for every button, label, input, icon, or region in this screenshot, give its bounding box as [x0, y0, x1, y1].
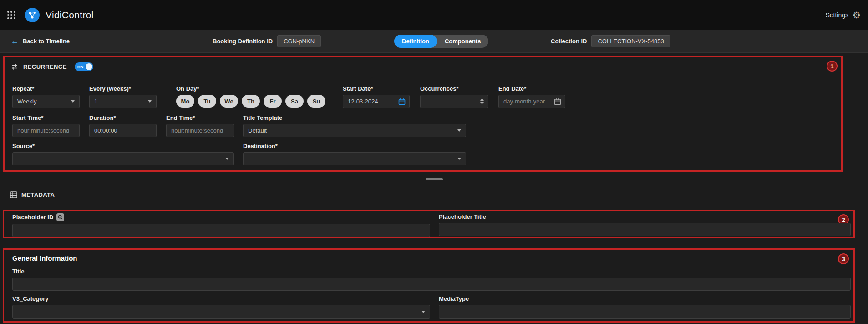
title-template-select[interactable]: Default	[243, 124, 466, 137]
end-date-placeholder: day-month-year	[503, 98, 545, 105]
placeholder-title-input[interactable]	[439, 223, 851, 236]
chevron-down-icon	[421, 311, 425, 313]
title-label: Title	[12, 268, 851, 275]
general-information-title: General Information	[12, 254, 77, 262]
repeat-value: Weekly	[17, 98, 36, 105]
back-arrow-icon: ←	[11, 37, 19, 46]
duration-input[interactable]	[89, 124, 157, 137]
placeholder-title-label: Placeholder Title	[439, 213, 851, 220]
apps-grid-icon[interactable]	[7, 11, 15, 19]
toggle-on-label: ON	[77, 65, 84, 69]
gear-icon[interactable]: ⚙	[853, 10, 861, 20]
occurrences-label: Occurrences*	[420, 85, 488, 92]
end-time-label: End Time*	[166, 114, 234, 121]
on-day-label: On Day*	[176, 85, 326, 92]
toggle-knob	[86, 63, 92, 70]
section-divider	[0, 185, 868, 185]
day-pill-group: Mo Tu We Th Fr Sa Su	[176, 95, 326, 108]
end-time-input[interactable]	[166, 124, 234, 137]
chevron-down-icon	[457, 129, 461, 132]
day-pill-su[interactable]: Su	[307, 95, 325, 108]
vidicontrol-logo-icon	[25, 7, 40, 23]
media-type-input[interactable]	[439, 305, 851, 319]
collection-label: Collection ID	[551, 38, 587, 45]
collection-value: COLLECTION-VX-54853	[591, 35, 670, 47]
placeholder-id-input[interactable]	[12, 224, 430, 237]
general-information-panel: 3 General Information Title V3_Category …	[3, 248, 855, 323]
title-template-value: Default	[248, 127, 267, 134]
repeat-icon	[10, 63, 19, 70]
day-pill-mo[interactable]: Mo	[176, 95, 194, 108]
destination-select[interactable]	[243, 152, 466, 165]
recurrence-header: RECURRENCE ON	[10, 62, 93, 71]
source-select[interactable]	[12, 152, 234, 165]
title-template-label: Title Template	[243, 114, 466, 121]
chevron-down-icon	[457, 158, 461, 160]
app-title: VidiControl	[46, 10, 94, 21]
toolbar: ← Back to Timeline Booking Definition ID…	[0, 30, 868, 53]
occurrences-input[interactable]	[420, 95, 488, 108]
back-to-timeline-button[interactable]: ← Back to Timeline	[11, 30, 70, 52]
metadata-title: METADATA	[21, 191, 55, 198]
collection-group: Collection ID COLLECTION-VX-54853	[551, 30, 670, 52]
annotation-badge-1: 1	[827, 61, 838, 72]
calendar-icon[interactable]	[554, 98, 561, 105]
definition-components-toggle: Definition Components	[394, 35, 488, 48]
duration-label: Duration*	[89, 114, 157, 121]
start-date-input[interactable]: 12-03-2024	[343, 95, 410, 108]
day-pill-fr[interactable]: Fr	[264, 95, 282, 108]
top-left-group: VidiControl	[7, 0, 94, 30]
view-switch: Definition Components	[394, 30, 488, 52]
annotation-badge-3: 3	[838, 253, 849, 264]
v3-category-select[interactable]	[12, 305, 430, 319]
every-weeks-value: 1	[94, 98, 97, 105]
tab-definition[interactable]: Definition	[394, 35, 437, 48]
v3-category-label: V3_Category	[12, 295, 430, 302]
recurrence-title: RECURRENCE	[23, 63, 67, 70]
booking-definition-group: Booking Definition ID CGN-pNKN	[213, 30, 321, 52]
back-label: Back to Timeline	[23, 38, 70, 45]
spinner-icon[interactable]	[480, 98, 484, 104]
day-pill-th[interactable]: Th	[242, 95, 260, 108]
settings-label[interactable]: Settings	[825, 11, 848, 19]
title-input[interactable]	[12, 278, 851, 291]
start-date-value: 12-03-2024	[348, 98, 378, 105]
placeholder-panel: 2 Placeholder ID Placeholder Title	[3, 210, 855, 238]
top-bar: VidiControl Settings ⚙	[0, 0, 868, 30]
start-date-label: Start Date*	[343, 85, 410, 92]
day-pill-sa[interactable]: Sa	[285, 95, 304, 108]
chevron-down-icon	[225, 158, 229, 160]
source-label: Source*	[12, 143, 234, 149]
tab-components[interactable]: Components	[437, 35, 488, 48]
recurrence-toggle[interactable]: ON	[75, 62, 93, 71]
repeat-select[interactable]: Weekly	[12, 95, 80, 108]
recurrence-panel: 1 RECURRENCE ON Repeat* Weekly Every (we…	[3, 56, 843, 172]
chevron-down-icon	[148, 100, 152, 103]
destination-label: Destination*	[243, 143, 466, 149]
placeholder-id-label: Placeholder ID	[12, 214, 53, 221]
metadata-header: METADATA	[10, 191, 55, 198]
settings-group[interactable]: Settings ⚙	[825, 0, 861, 30]
end-date-label: End Date*	[498, 85, 565, 92]
search-icon[interactable]	[56, 213, 64, 221]
splitter-handle[interactable]	[426, 178, 443, 180]
every-weeks-label: Every (weeks)*	[89, 85, 157, 92]
repeat-label: Repeat*	[12, 85, 80, 92]
start-time-label: Start Time*	[12, 114, 80, 121]
media-type-label: MediaType	[439, 295, 851, 302]
calendar-icon[interactable]	[398, 98, 406, 105]
booking-definition-label: Booking Definition ID	[213, 38, 273, 45]
day-pill-we[interactable]: We	[220, 95, 238, 108]
chevron-down-icon	[71, 100, 75, 103]
day-pill-tu[interactable]: Tu	[198, 95, 216, 108]
end-date-input[interactable]: day-month-year	[498, 95, 565, 108]
every-weeks-select[interactable]: 1	[89, 95, 157, 108]
metadata-grid-icon	[10, 191, 17, 198]
start-time-input[interactable]	[12, 124, 80, 137]
booking-definition-value: CGN-pNKN	[277, 35, 321, 47]
